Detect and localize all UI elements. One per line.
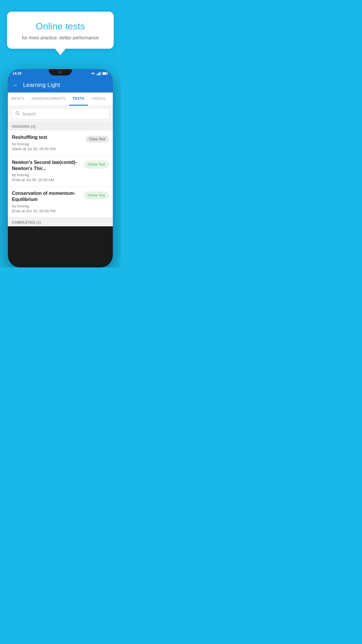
test-author-2: by Anurag <box>12 173 81 177</box>
test-info-3: Conservation of momentum-Equilibrium by … <box>12 190 84 213</box>
tests-content: ONGOING (3) Reshuffling test by Anurag S… <box>8 122 113 226</box>
svg-rect-2 <box>99 72 100 75</box>
test-time-3: Ends at Jun 10, 06:00 PM <box>12 209 81 213</box>
search-bar[interactable]: Search <box>11 108 109 119</box>
status-time: 14:29 <box>13 71 22 76</box>
wifi-icon <box>91 72 95 75</box>
test-title-1: Reshuffling test <box>12 134 83 141</box>
phone-screen: 14:29 <box>8 69 113 226</box>
test-badge-1: Class Test <box>86 136 109 143</box>
svg-rect-6 <box>103 73 106 74</box>
test-title-3: Conservation of momentum-Equilibrium <box>12 190 81 203</box>
search-placeholder-text: Search <box>22 111 36 116</box>
test-time-2: Ends at Jul 06, 10:45 AM <box>12 178 81 182</box>
app-bar-title: Learning Light <box>23 82 60 88</box>
test-info-1: Reshuffling test by Anurag Starts at Jul… <box>12 134 86 151</box>
svg-line-8 <box>18 114 20 115</box>
phone-mockup: 14:29 <box>8 69 113 267</box>
camera-notch <box>59 71 62 74</box>
test-author-3: by Anurag <box>12 204 81 208</box>
tab-ments[interactable]: MENTS <box>8 92 28 106</box>
test-title-2: Newton's Second law(contd)-Newton's Thir… <box>12 160 81 172</box>
test-time-1: Starts at Jul 05, 05:45 PM <box>12 147 83 151</box>
hero-section: Online tests for more practice, better p… <box>0 0 121 55</box>
phone-frame: 14:29 <box>8 69 113 267</box>
tabs-bar: MENTS ANNOUNCEMENTS TESTS VIDEOS <box>8 92 113 106</box>
back-button[interactable]: ← <box>13 82 18 88</box>
speech-bubble-subtitle: for more practice, better performance <box>15 35 106 41</box>
svg-rect-1 <box>98 73 99 75</box>
search-icon <box>15 111 20 117</box>
test-item-1[interactable]: Reshuffling test by Anurag Starts at Jul… <box>8 130 113 155</box>
phone-notch <box>49 69 72 76</box>
test-item-2[interactable]: Newton's Second law(contd)-Newton's Thir… <box>8 155 113 187</box>
ongoing-section-header: ONGOING (3) <box>8 122 113 130</box>
tab-announcements[interactable]: ANNOUNCEMENTS <box>28 92 69 106</box>
test-badge-3: Online Test <box>84 192 109 199</box>
tab-videos[interactable]: VIDEOS <box>88 92 109 106</box>
app-bar: ← Learning Light <box>8 77 113 92</box>
speech-bubble-title: Online tests <box>15 21 106 32</box>
svg-rect-5 <box>108 73 108 74</box>
battery-icon <box>102 72 108 75</box>
tab-tests[interactable]: TESTS <box>69 92 88 106</box>
speech-bubble: Online tests for more practice, better p… <box>7 12 114 49</box>
signal-icon <box>96 72 101 75</box>
search-container: Search <box>8 106 113 122</box>
test-author-1: by Anurag <box>12 142 83 146</box>
test-badge-2: Online Test <box>84 161 109 168</box>
status-icons <box>91 72 108 75</box>
test-info-2: Newton's Second law(contd)-Newton's Thir… <box>12 160 84 182</box>
svg-rect-3 <box>100 72 101 75</box>
svg-rect-0 <box>97 74 98 75</box>
test-item-3[interactable]: Conservation of momentum-Equilibrium by … <box>8 186 113 218</box>
completed-section-header: COMPLETED (1) <box>8 218 113 226</box>
